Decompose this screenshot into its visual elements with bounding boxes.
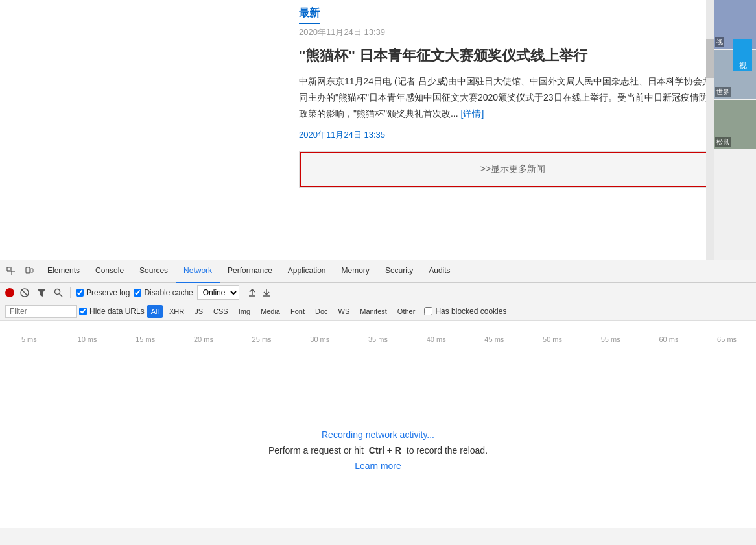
tick-9: 45 ms [466, 335, 524, 343]
filter-icon[interactable] [35, 286, 48, 299]
shortcut-key: Ctrl + R [369, 445, 401, 455]
svg-marker-8 [37, 289, 46, 297]
tick-6: 30 ms [290, 335, 349, 343]
download-icon[interactable] [260, 286, 273, 299]
network-throttle-select[interactable]: Online [197, 285, 239, 300]
sidebar-item-3[interactable]: 松鼠 [714, 100, 756, 149]
hide-data-urls-checkbox[interactable] [79, 308, 87, 315]
filter-manifest-button[interactable]: Manifest [356, 305, 391, 318]
tab-application[interactable]: Application [280, 260, 334, 283]
filter-xhr-button[interactable]: XHR [165, 305, 188, 318]
tab-network[interactable]: Network [176, 260, 220, 283]
tick-8: 40 ms [407, 335, 466, 343]
tick-2: 10 ms [58, 335, 117, 343]
device-icon[interactable] [21, 263, 37, 279]
filter-other-button[interactable]: Other [394, 305, 419, 318]
svg-line-7 [21, 289, 28, 296]
tick-1: 5 ms [0, 335, 58, 343]
tick-10: 50 ms [523, 335, 582, 343]
tab-elements[interactable]: Elements [40, 260, 88, 283]
perform-suffix: to record the reload. [407, 445, 488, 455]
sidebar-label-3: 松鼠 [715, 137, 731, 147]
main-content: 最新 2020年11月24日 13:39 "熊猫杯" 日本青年征文大赛颁奖仪式线… [0, 0, 756, 260]
record-button[interactable] [5, 288, 14, 297]
has-blocked-checkbox[interactable] [424, 307, 432, 315]
tick-5: 25 ms [233, 335, 291, 343]
news1-title: "熊猫杯" 日本青年征文大赛颁奖仪式线上举行 [299, 46, 720, 66]
svg-point-5 [27, 272, 28, 272]
tab-sources[interactable]: Sources [132, 260, 176, 283]
load-more-wrapper: >>显示更多新闻 [299, 151, 727, 188]
svg-rect-0 [7, 267, 10, 271]
news1-body: 中新网东京11月24日电 (记者 吕少威)由中国驻日大使馆、中国外文局人民中国杂… [299, 73, 720, 123]
svg-point-9 [55, 289, 60, 294]
filter-js-button[interactable]: JS [191, 305, 207, 318]
hide-data-urls-label[interactable]: Hide data URLs [79, 307, 145, 316]
filter-media-button[interactable]: Media [257, 305, 284, 318]
tick-12: 60 ms [640, 335, 698, 343]
tab-audits[interactable]: Audits [421, 260, 458, 283]
svg-rect-4 [30, 269, 33, 272]
upload-download-icons [246, 286, 273, 299]
tick-11: 55 ms [582, 335, 640, 343]
filter-all-button[interactable]: All [147, 305, 163, 318]
stop-icon[interactable] [18, 286, 31, 299]
has-blocked-wrapper: Has blocked cookies [424, 307, 506, 316]
perform-text: Perform a request or hit Ctrl + R to rec… [268, 445, 488, 455]
news1-date: 2020年11月24日 13:39 [299, 27, 720, 38]
tab-memory[interactable]: Memory [334, 260, 377, 283]
preserve-log-checkbox[interactable] [76, 289, 84, 297]
filter-font-button[interactable]: Font [287, 305, 309, 318]
filter-ws-button[interactable]: WS [335, 305, 354, 318]
news-section: 最新 2020年11月24日 13:39 "熊猫杯" 日本青年征文大赛颁奖仪式线… [292, 0, 733, 200]
scrollbar-thumb[interactable] [706, 39, 714, 78]
sidebar-arrow[interactable]: 视 [733, 39, 752, 71]
network-filter-bar: Hide data URLs All XHR JS CSS Img Media … [0, 302, 756, 321]
learn-more-link[interactable]: Learn more [355, 461, 401, 471]
disable-cache-checkbox[interactable] [134, 289, 141, 297]
preserve-log-label[interactable]: Preserve log [76, 288, 130, 297]
latest-tag: 最新 [299, 6, 320, 24]
search-icon[interactable] [52, 286, 65, 299]
filter-css-button[interactable]: CSS [209, 305, 232, 318]
timeline-bar: 5 ms 10 ms 15 ms 20 ms 25 ms 30 ms 35 ms… [0, 321, 756, 346]
tick-13: 65 ms [698, 335, 756, 343]
load-more-button[interactable]: >>显示更多新闻 [300, 152, 726, 187]
tick-4: 20 ms [174, 335, 233, 343]
inspect-icon[interactable] [3, 263, 19, 279]
sidebar-label-2: 世界 [715, 87, 731, 97]
upload-icon[interactable] [246, 286, 259, 299]
filter-img-button[interactable]: Img [235, 305, 254, 318]
network-toolbar: Preserve log Disable cache Online [0, 283, 756, 302]
tick-3: 15 ms [116, 335, 174, 343]
perform-prefix: Perform a request or hit [268, 445, 364, 455]
devtools-tab-bar: Elements Console Sources Network Perform… [0, 260, 756, 283]
news-title-text: "熊猫杯" 日本青年征文大赛颁奖仪式线上举行 [299, 47, 587, 64]
tab-console[interactable]: Console [88, 260, 132, 283]
filter-input[interactable] [5, 305, 77, 318]
filter-doc-button[interactable]: Doc [311, 305, 332, 318]
empty-state: Recording network activity... Perform a … [0, 346, 756, 528]
toolbar-sep-1 [70, 287, 71, 298]
scrollbar-track [706, 0, 714, 260]
recording-text: Recording network activity... [322, 430, 434, 440]
tab-security[interactable]: Security [377, 260, 421, 283]
disable-cache-label[interactable]: Disable cache [134, 288, 193, 297]
sidebar-label-1: 视 [715, 37, 724, 47]
tick-7: 35 ms [349, 335, 407, 343]
svg-line-10 [60, 293, 63, 297]
devtools-panel: Elements Console Sources Network Perform… [0, 260, 756, 545]
news-body-text: 中新网东京11月24日电 (记者 吕少威)由中国驻日大使馆、中国外文局人民中国杂… [299, 76, 717, 119]
news-detail-link[interactable]: [详情] [461, 108, 484, 119]
news1-date2: 2020年11月24日 13:35 [299, 129, 720, 141]
tab-performance[interactable]: Performance [220, 260, 280, 283]
